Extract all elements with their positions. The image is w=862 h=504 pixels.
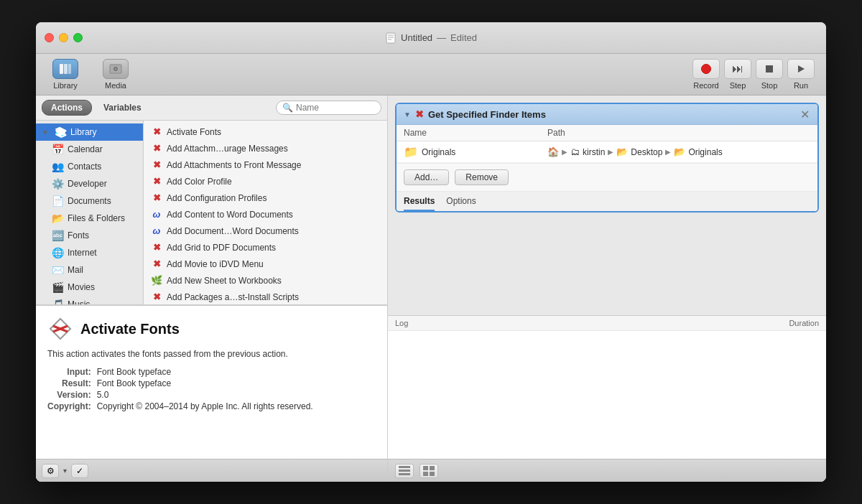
calendar-icon: 📅 xyxy=(52,144,63,155)
svg-rect-7 xyxy=(766,65,773,73)
home-icon: 🏠 xyxy=(547,146,559,157)
action-block-close-button[interactable]: ✕ xyxy=(799,108,810,120)
sidebar-item-developer[interactable]: ⚙️ Developer xyxy=(36,175,143,192)
actions-tab-bar: Actions Variables 🔍 xyxy=(36,95,387,121)
tab-actions[interactable]: Actions xyxy=(42,100,92,116)
search-input[interactable] xyxy=(296,103,375,113)
info-title: Activate Fonts xyxy=(80,321,180,337)
action-block-tabs: Results Options xyxy=(397,191,817,211)
action-add-content-word[interactable]: ω Add Content to Word Documents xyxy=(144,206,387,223)
library-label: Library xyxy=(53,81,78,90)
tab-results[interactable]: Results xyxy=(404,196,435,211)
action-block-header: ▼ ✖ Get Specified Finder Items ✕ xyxy=(397,104,817,125)
row-name-cell: 📁 Originals xyxy=(397,141,540,163)
action-add-packages[interactable]: ✖ Add Packages a…st-Install Scripts xyxy=(144,289,387,304)
grid-view-button[interactable] xyxy=(420,464,438,478)
action-add-movie-idvd[interactable]: ✖ Add Movie to iDVD Menu xyxy=(144,256,387,272)
action-icon-add-doc-word: ω xyxy=(151,225,162,236)
sidebar-item-files[interactable]: 📂 Files & Folders xyxy=(36,210,143,227)
row-name-value: Originals xyxy=(422,147,455,157)
close-button[interactable] xyxy=(45,33,54,42)
svg-rect-0 xyxy=(386,33,395,43)
tab-variables[interactable]: Variables xyxy=(95,101,150,115)
sidebar-item-internet[interactable]: 🌐 Internet xyxy=(36,244,143,261)
svg-rect-11 xyxy=(399,466,410,468)
remove-button[interactable]: Remove xyxy=(455,169,509,185)
music-icon: 🎵 xyxy=(52,299,63,304)
action-block-get-finder-items: ▼ ✖ Get Specified Finder Items ✕ Name Pa… xyxy=(395,103,819,213)
action-add-color-profile[interactable]: ✖ Add Color Profile xyxy=(144,173,387,190)
action-add-doc-word[interactable]: ω Add Document…Word Documents xyxy=(144,223,387,239)
action-block-body: Name Path 📁 Originals xyxy=(397,125,817,211)
sidebar-item-movies[interactable]: 🎬 Movies xyxy=(36,279,143,296)
action-add-grid-pdf[interactable]: ✖ Add Grid to PDF Documents xyxy=(144,239,387,256)
main-content: Actions Variables 🔍 ▼ 📚 Library xyxy=(36,95,826,482)
svg-rect-2 xyxy=(64,64,68,74)
svg-rect-16 xyxy=(423,472,428,476)
info-header: Activate Fonts xyxy=(47,316,376,342)
cat-label-documents: Documents xyxy=(68,196,111,206)
action-add-attach-front[interactable]: ✖ Add Attachments to Front Message xyxy=(144,157,387,173)
sidebar-item-music[interactable]: 🎵 Music xyxy=(36,296,143,304)
action-label-add-color-profile: Add Color Profile xyxy=(167,177,232,187)
zoom-button[interactable] xyxy=(73,33,83,42)
collapse-triangle-icon[interactable]: ▼ xyxy=(404,111,411,118)
list-view-button[interactable] xyxy=(395,464,414,478)
cat-label-movies: Movies xyxy=(68,282,95,292)
sidebar-item-calendar[interactable]: 📅 Calendar xyxy=(36,141,143,158)
sidebar-item-library[interactable]: ▼ 📚 Library xyxy=(36,123,143,141)
action-label-add-sheet: Add New Sheet to Workbooks xyxy=(167,276,282,286)
action-icon-add-sheet: 🌿 xyxy=(151,275,162,286)
action-add-sheet-workbooks[interactable]: 🌿 Add New Sheet to Workbooks xyxy=(144,272,387,289)
path-folder-icon-2: 📂 xyxy=(674,146,685,157)
action-add-attach-urage[interactable]: ✖ Add Attachm…urage Messages xyxy=(144,140,387,157)
sidebar-item-mail[interactable]: ✉️ Mail xyxy=(36,261,143,279)
path-arrow-1: ▶ xyxy=(562,148,567,156)
media-button[interactable]: Media xyxy=(98,59,134,90)
add-button[interactable]: Add… xyxy=(404,169,449,185)
library-button[interactable]: Library xyxy=(47,59,83,90)
action-icon-activate-fonts: ✖ xyxy=(151,126,162,137)
window-edited: Edited xyxy=(450,32,477,43)
info-action-icon xyxy=(47,316,73,342)
action-activate-fonts[interactable]: ✖ Activate Fonts xyxy=(144,123,387,140)
titlebar-center: Untitled — Edited xyxy=(385,32,477,44)
path-part-originals: Originals xyxy=(688,147,722,157)
cat-label-internet: Internet xyxy=(68,248,97,258)
action-label-add-config: Add Configuration Profiles xyxy=(167,193,267,203)
minimize-button[interactable] xyxy=(59,33,68,42)
sidebar-item-documents[interactable]: 📄 Documents xyxy=(36,192,143,210)
path-part-desktop: Desktop xyxy=(631,147,662,157)
log-body xyxy=(388,331,826,459)
info-version-value: 5.0 xyxy=(97,389,313,401)
triangle-icon: ▼ xyxy=(42,129,49,136)
action-label-add-doc-word: Add Document…Word Documents xyxy=(167,226,299,236)
folder-icon: 📁 xyxy=(404,145,418,159)
list-area: ▼ 📚 Library 📅 Calendar 👥 Contacts ⚙️ xyxy=(36,121,387,304)
contacts-icon: 👥 xyxy=(52,161,63,172)
library-icon xyxy=(52,59,78,79)
sidebar-item-fonts[interactable]: 🔤 Fonts xyxy=(36,227,143,244)
tab-options[interactable]: Options xyxy=(446,196,476,211)
cat-label-developer: Developer xyxy=(68,179,107,189)
info-row-copyright: Copyright: Copyright © 2004–2014 by Appl… xyxy=(47,401,313,412)
library-cat-icon: 📚 xyxy=(55,126,66,138)
settings-gear-button[interactable]: ⚙ xyxy=(42,464,59,478)
record-button[interactable]: Record xyxy=(692,59,720,90)
action-block-x-icon: ✖ xyxy=(415,108,424,120)
action-icon-add-config: ✖ xyxy=(151,192,162,203)
action-label-add-content-word: Add Content to Word Documents xyxy=(167,210,293,220)
action-add-config-profiles[interactable]: ✖ Add Configuration Profiles xyxy=(144,190,387,206)
left-panel: Actions Variables 🔍 ▼ 📚 Library xyxy=(36,95,388,482)
check-button[interactable]: ✓ xyxy=(71,464,88,478)
action-icon-add-movie: ✖ xyxy=(151,258,162,269)
run-button[interactable]: Run xyxy=(787,59,815,90)
step-button[interactable]: ⏭ Step xyxy=(724,59,751,90)
media-icon xyxy=(103,59,129,79)
stop-label: Stop xyxy=(761,81,778,90)
documents-icon: 📄 xyxy=(52,195,63,207)
stop-button[interactable]: Stop xyxy=(756,59,783,90)
traffic-lights xyxy=(45,33,83,42)
gear-icon: ⚙ xyxy=(47,466,55,476)
sidebar-item-contacts[interactable]: 👥 Contacts xyxy=(36,158,143,175)
